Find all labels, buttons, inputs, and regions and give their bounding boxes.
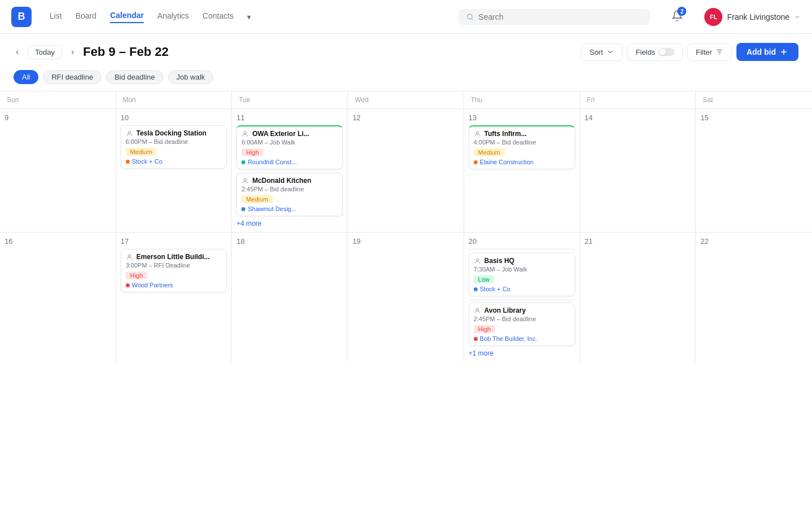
company-link[interactable]: Elaine Construction	[474, 159, 570, 165]
nav-list[interactable]: List	[50, 11, 62, 23]
fields-button[interactable]: Fields	[627, 43, 683, 61]
calendar-actions: Sort Fields Filter Add bid	[581, 43, 798, 61]
search-input[interactable]	[479, 12, 643, 21]
day-headers: Sun Mon Tue Wed Thu Fri Sat	[0, 91, 812, 109]
priority-badge: High	[241, 148, 263, 156]
event-title-text: Basis HQ	[484, 257, 514, 265]
notification-badge: 2	[677, 7, 686, 16]
company-link[interactable]: Bob The Builder, Inc.	[474, 335, 570, 342]
tag-job[interactable]: Job walk	[168, 70, 214, 84]
today-button[interactable]: Today	[28, 45, 62, 59]
calendar-header: ‹ Today › Feb 9 – Feb 22 Sort Fields Fil…	[0, 34, 812, 65]
company-link[interactable]: Wood Partners	[126, 282, 222, 288]
event-time: 6:00PM – Bid deadline	[126, 138, 222, 145]
person-icon	[241, 130, 249, 138]
event-tufts[interactable]: Tufts Infirm... 4:00PM – Bid deadline Me…	[469, 125, 575, 169]
sort-button[interactable]: Sort	[581, 43, 623, 61]
day-num-9: 9	[5, 113, 111, 122]
event-title-text: Tufts Infirm...	[484, 130, 527, 138]
event-emerson[interactable]: Emerson Little Buildi... 3:00PM – RFI De…	[121, 249, 227, 292]
event-mcdonald[interactable]: McDonald Kitchen 2:45PM – Bid deadline M…	[236, 173, 343, 216]
company-name: Bob The Builder, Inc.	[480, 335, 537, 342]
week1-row: 9 10 Tesla Docking Station 6:00PM – Bid …	[0, 109, 812, 233]
avatar: FL	[704, 8, 722, 26]
contacts-dropdown-icon[interactable]: ▾	[247, 12, 251, 21]
person-icon	[474, 130, 481, 138]
event-time: 2:45PM – Bid deadline	[474, 316, 570, 322]
add-bid-button[interactable]: Add bid	[736, 43, 798, 61]
svg-point-10	[476, 132, 478, 134]
day-num-14: 14	[585, 113, 691, 122]
nav-board[interactable]: Board	[76, 11, 96, 23]
day-num-17: 17	[121, 237, 227, 246]
tag-all[interactable]: All	[14, 70, 38, 84]
day-num-10: 10	[121, 113, 227, 122]
filter-tags: All RFI deadline Bid deadline Job walk	[0, 65, 812, 91]
filter-icon	[716, 48, 723, 56]
company-link[interactable]: Stock + Co	[474, 286, 570, 292]
day-num-16: 16	[5, 237, 111, 246]
day-num-21: 21	[585, 237, 691, 246]
svg-point-0	[467, 14, 473, 19]
svg-point-7	[128, 131, 130, 133]
priority-badge: Medium	[126, 148, 157, 156]
day-10: 10 Tesla Docking Station 6:00PM – Bid de…	[116, 109, 232, 233]
search-icon	[466, 13, 474, 21]
more-events-link-2[interactable]: +1 more	[469, 349, 575, 357]
fields-label: Fields	[636, 48, 655, 56]
priority-badge: Low	[474, 275, 494, 283]
nav-analytics[interactable]: Analytics	[157, 11, 189, 23]
prev-arrow[interactable]: ‹	[14, 46, 21, 58]
nav-calendar[interactable]: Calendar	[110, 11, 144, 23]
event-time: 4:00PM – Bid deadline	[474, 139, 570, 146]
nav-contacts[interactable]: Contacts	[202, 11, 233, 23]
notification-button[interactable]: 2	[668, 7, 686, 27]
event-tesla[interactable]: Tesla Docking Station 6:00PM – Bid deadl…	[121, 125, 227, 169]
header-sun: Sun	[0, 91, 116, 109]
day-num-13: 13	[469, 113, 575, 122]
company-name: Elaine Construction	[480, 159, 533, 165]
event-owa[interactable]: OWA Exterior Li... 6:00AM – Job Walk Hig…	[236, 125, 343, 169]
filter-button[interactable]: Filter	[687, 43, 732, 61]
company-dot	[474, 337, 478, 341]
event-title-text: Avon Library	[484, 306, 526, 314]
event-avon[interactable]: Avon Library 2:45PM – Bid deadline High …	[469, 303, 575, 346]
person-icon	[474, 257, 481, 265]
day-num-22: 22	[700, 237, 807, 246]
more-events-link[interactable]: +4 more	[236, 220, 343, 227]
company-link[interactable]: Shawmut Desig...	[241, 205, 338, 212]
tag-bid[interactable]: Bid deadline	[106, 70, 164, 84]
header-fri: Fri	[580, 91, 696, 109]
user-menu[interactable]: FL Frank Livingstone	[704, 8, 801, 26]
priority-badge: High	[474, 325, 496, 333]
person-icon	[126, 253, 133, 261]
company-name: Shawmut Desig...	[248, 205, 296, 212]
event-time: 6:00AM – Job Walk	[241, 139, 338, 146]
event-time: 3:00PM – RFI Deadline	[126, 262, 222, 269]
search-bar[interactable]	[458, 9, 650, 25]
svg-point-12	[476, 259, 478, 261]
calendar-title: Feb 9 – Feb 22	[83, 45, 169, 59]
company-dot	[126, 160, 130, 164]
day-12: 12	[348, 109, 464, 233]
company-link[interactable]: Roundhill Const...	[241, 159, 338, 165]
company-dot	[474, 160, 478, 164]
company-link[interactable]: Stock + Co	[126, 158, 222, 165]
event-title-text: Emerson Little Buildi...	[136, 253, 210, 261]
next-arrow[interactable]: ›	[69, 46, 76, 58]
day-15: 15	[696, 109, 812, 233]
day-13: 13 Tufts Infirm... 4:00PM – Bid deadline…	[464, 109, 580, 233]
tag-rfi[interactable]: RFI deadline	[43, 70, 102, 84]
top-nav: B List Board Calendar Analytics Contacts…	[0, 0, 812, 34]
event-basis[interactable]: Basis HQ 7:30AM – Job Walk Low Stock + C…	[469, 253, 575, 296]
header-wed: Wed	[348, 91, 464, 109]
plus-icon	[779, 47, 788, 56]
header-thu: Thu	[464, 91, 580, 109]
user-dropdown-icon	[794, 14, 801, 20]
svg-point-11	[128, 255, 130, 257]
day-num-12: 12	[352, 113, 459, 122]
user-name: Frank Livingstone	[727, 12, 789, 21]
company-dot	[241, 160, 245, 164]
day-num-15: 15	[700, 113, 807, 122]
sort-label: Sort	[589, 48, 603, 56]
